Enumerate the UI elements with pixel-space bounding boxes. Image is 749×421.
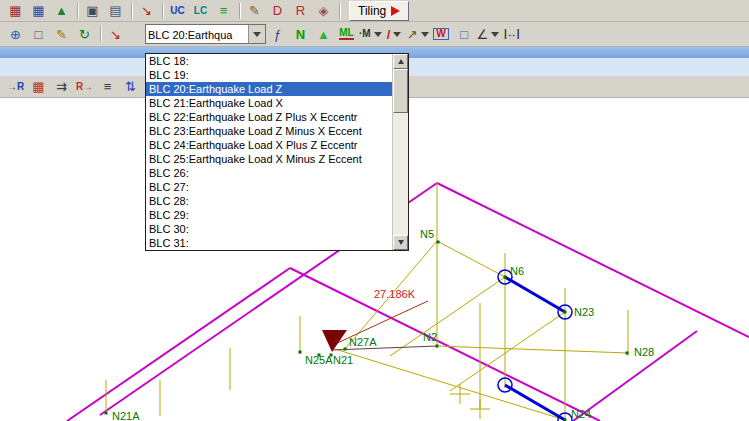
nodal-load-icon[interactable]: N xyxy=(289,24,312,44)
loads-toolbar-right-icons: ƒN▲ML·M/↗W□∠|↔| xyxy=(266,22,523,46)
free-load-icon[interactable]: ↗ xyxy=(406,24,430,44)
support-icon[interactable]: ▲ xyxy=(312,24,335,44)
assign-icon[interactable]: ↘ xyxy=(135,1,158,21)
toolbar-separator xyxy=(158,2,166,20)
node-dot-N21A[interactable] xyxy=(105,412,108,415)
node-dot[interactable] xyxy=(299,351,302,354)
renumber-icon[interactable]: R→ xyxy=(73,77,96,97)
node-label-N5: N5 xyxy=(420,228,434,240)
arrow-down-icon xyxy=(398,240,404,245)
load-case-combo[interactable] xyxy=(145,24,266,44)
dropdown-item[interactable]: BLC 23:Earthquake Load Z Minus X Eccent xyxy=(146,124,392,138)
dropdown-item[interactable]: BLC 24:Earthquake Load X Plus Z Eccentr xyxy=(146,138,392,152)
list-icon[interactable]: ≡ xyxy=(96,77,119,97)
node-sequence-icon[interactable]: ⇉ xyxy=(50,77,73,97)
dropdown-item[interactable]: BLC 25:Earthquake Load X Minus Z Eccent xyxy=(146,152,392,166)
dropdown-item[interactable]: BLC 28: xyxy=(146,194,392,208)
new-window-icon[interactable]: ▣ xyxy=(81,1,104,21)
edit-input-icon[interactable]: ✎ xyxy=(243,1,266,21)
wind-load-icon[interactable]: W xyxy=(430,24,453,44)
zoom-in-icon[interactable]: ⊕ xyxy=(4,24,27,44)
selected-member-line[interactable] xyxy=(505,385,565,420)
main-toolbar: ▦▦▲▣▤↘UCLC≡✎DR◈ Tiling xyxy=(0,0,749,22)
span-measure-icon[interactable]: |↔| xyxy=(500,24,523,44)
toolbar-separator xyxy=(127,2,135,20)
load-case-dropdown-list: BLC 18:BLC 19:BLC 20:Earthquake Load ZBL… xyxy=(145,53,409,251)
node-label-N28: N28 xyxy=(634,346,654,358)
dropdown-item[interactable]: BLC 26: xyxy=(146,166,392,180)
member-load-icon[interactable]: ML xyxy=(335,24,358,44)
combo-dropdown-button[interactable] xyxy=(248,25,265,43)
grid-settings-icon[interactable]: ▦ xyxy=(27,1,50,21)
dropdown-items: BLC 18:BLC 19:BLC 20:Earthquake Load ZBL… xyxy=(146,54,392,250)
arrow-up-icon xyxy=(398,59,404,64)
scroll-up-button[interactable] xyxy=(393,54,408,69)
node-label-N25A: N25A xyxy=(305,354,333,366)
delete-results-icon[interactable]: ◈ xyxy=(312,1,335,21)
main-toolbar-icons: ▦▦▲▣▤↘UCLC≡✎DR◈ xyxy=(4,0,343,21)
scroll-down-button[interactable] xyxy=(393,235,408,250)
node-layer: N5N6N23N2N28N27AN25AN21N24N21A xyxy=(105,228,655,421)
node-dot-N28[interactable] xyxy=(626,352,629,355)
node-label-N23: N23 xyxy=(574,306,594,318)
tiling-label: Tiling xyxy=(358,4,386,18)
dropdown-item[interactable]: BLC 19: xyxy=(146,68,392,82)
node-label-N21: N21 xyxy=(333,354,353,366)
equal-icon[interactable]: ≡ xyxy=(212,1,235,21)
dropdown-scrollbar[interactable] xyxy=(392,54,408,250)
dimension-icon[interactable]: ∠ xyxy=(476,24,501,44)
lc-icon[interactable]: LC xyxy=(189,1,212,21)
assign-load-icon[interactable]: ↘ xyxy=(104,24,127,44)
results-icon[interactable]: R xyxy=(289,1,312,21)
dropdown-item[interactable]: BLC 29: xyxy=(146,208,392,222)
toolbar-separator xyxy=(73,2,81,20)
scrollbar-track[interactable] xyxy=(393,69,408,235)
moment-load-icon[interactable]: ·M xyxy=(358,24,383,44)
input-table-icon[interactable]: ▦ xyxy=(4,1,27,21)
node-label-N6: N6 xyxy=(510,265,524,277)
dropdown-item[interactable]: BLC 18: xyxy=(146,54,392,68)
toolbar-separator xyxy=(96,25,104,43)
node-dot-N6[interactable] xyxy=(504,276,507,279)
dropdown-item[interactable]: BLC 31: xyxy=(146,236,392,250)
uc-icon[interactable]: UC xyxy=(166,1,189,21)
toolbar-separator xyxy=(235,2,243,20)
dropdown-item[interactable]: BLC 20:Earthquake Load Z xyxy=(146,82,392,96)
selected-members[interactable] xyxy=(498,270,572,421)
dropdown-item[interactable]: BLC 30: xyxy=(146,222,392,236)
edit-mode-icon[interactable]: ✎ xyxy=(50,24,73,44)
sort-icon[interactable]: ⇅ xyxy=(119,77,142,97)
secondary-toolbar-icons: →R▦⇉R→≡⇅ xyxy=(4,76,142,97)
node-label-N2: N2 xyxy=(423,331,437,343)
dropdown-caret-icon xyxy=(491,32,499,37)
load-value-label: 27.186K xyxy=(374,288,416,300)
zoom-window-icon[interactable]: □ xyxy=(27,24,50,44)
application-window: ▦▦▲▣▤↘UCLC≡✎DR◈ Tiling ⊕□✎↻↘ ƒN▲ML·M/↗W□… xyxy=(0,0,749,421)
line-load-icon[interactable]: / xyxy=(383,24,406,44)
dropdown-item[interactable]: BLC 22:Earthquake Load Z Plus X Eccentr xyxy=(146,110,392,124)
area-load-icon[interactable]: □ xyxy=(453,24,476,44)
design-icon[interactable]: D xyxy=(266,1,289,21)
node-dot-N2[interactable] xyxy=(436,345,439,348)
selected-member-line[interactable] xyxy=(505,277,565,312)
node-label-N27A: N27A xyxy=(349,336,377,348)
generate-loads-icon[interactable]: ƒ xyxy=(266,24,289,44)
regenerate-icon[interactable]: ↻ xyxy=(73,24,96,44)
load-case-combo-input[interactable] xyxy=(146,25,248,43)
dropdown-item[interactable]: BLC 21:Earthquake Load X xyxy=(146,96,392,110)
tiling-arrow-icon xyxy=(391,6,400,16)
loads-toolbar-left-icons: ⊕□✎↻↘ xyxy=(4,22,145,46)
tables-icon[interactable]: ▤ xyxy=(104,1,127,21)
load-arrow-triangle xyxy=(322,330,347,352)
load-table-icon[interactable]: ▦ xyxy=(27,77,50,97)
to-results-icon[interactable]: →R xyxy=(4,77,27,97)
render-view-icon[interactable]: ▲ xyxy=(50,1,73,21)
dropdown-item[interactable]: BLC 27: xyxy=(146,180,392,194)
node-dot-N27A[interactable] xyxy=(344,348,347,351)
node-dot-N23[interactable] xyxy=(564,311,567,314)
dropdown-caret-icon xyxy=(393,32,401,37)
node-dot-N5[interactable] xyxy=(437,241,440,244)
scrollbar-thumb[interactable] xyxy=(393,69,408,113)
tiling-button[interactable]: Tiling xyxy=(349,1,409,21)
dropdown-caret-icon xyxy=(421,32,429,37)
